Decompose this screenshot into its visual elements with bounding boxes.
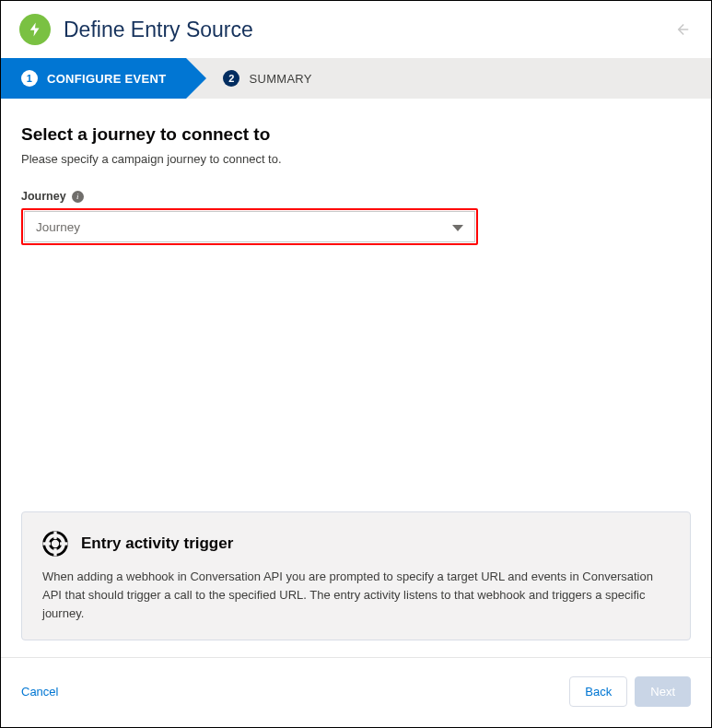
footer: Cancel Back Next [1,657,711,727]
info-card-header: Entry activity trigger [42,531,670,557]
journey-label-row: Journey i [21,190,691,203]
stepper: 1 CONFIGURE EVENT 2 SUMMARY [1,58,711,99]
header: Define Entry Source [1,1,711,58]
step-number: 2 [223,70,239,87]
step-number: 1 [21,70,38,87]
page-title: Define Entry Source [64,18,253,42]
journey-select[interactable]: Journey [24,211,475,242]
journey-select-placeholder: Journey [36,220,80,234]
cancel-link[interactable]: Cancel [21,685,58,699]
main-panel: Select a journey to connect to Please sp… [1,99,711,657]
step-configure-event[interactable]: 1 CONFIGURE EVENT [1,58,186,99]
info-icon[interactable]: i [72,191,84,203]
section-subtext: Please specify a campaign journey to con… [21,152,691,166]
section-heading: Select a journey to connect to [21,124,691,145]
select-highlight: Journey [21,208,478,245]
lightning-icon [19,14,51,45]
svg-rect-5 [60,542,67,545]
back-button[interactable]: Back [569,676,627,707]
step-label: SUMMARY [249,72,311,86]
svg-rect-3 [53,548,56,556]
journey-field-label: Journey [21,190,66,203]
info-card: Entry activity trigger When adding a web… [21,511,691,640]
svg-rect-4 [43,542,51,545]
back-arrow-icon[interactable] [671,18,693,41]
info-card-title: Entry activity trigger [81,534,233,553]
step-summary[interactable]: 2 SUMMARY [186,58,332,99]
lifesaver-icon [42,531,68,557]
svg-point-1 [50,538,60,548]
step-label: CONFIGURE EVENT [47,72,166,86]
info-card-body: When adding a webhook in Conversation AP… [42,568,670,623]
svg-rect-2 [53,531,56,538]
next-button[interactable]: Next [635,676,691,707]
